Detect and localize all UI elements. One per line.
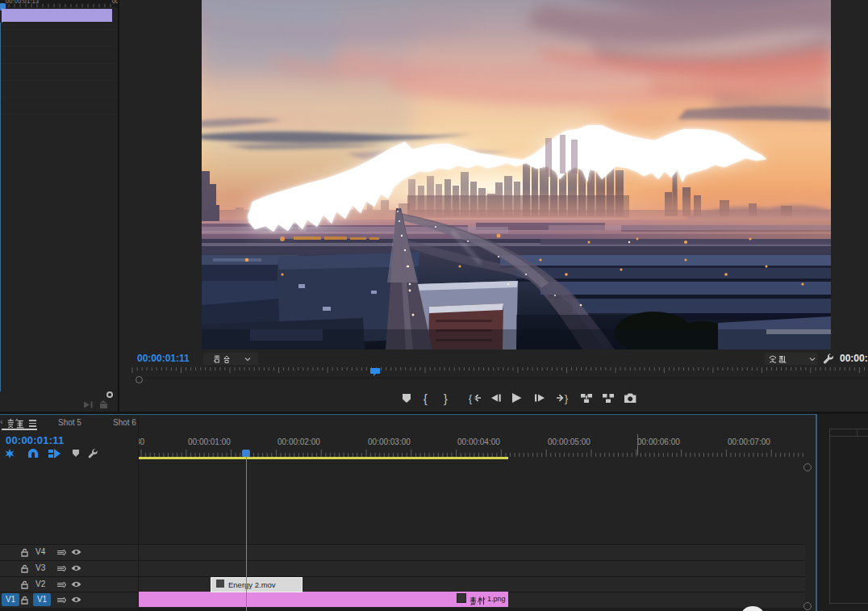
svg-text:}: } [565,393,568,404]
svg-text:{: { [469,393,472,404]
svg-text:{: { [424,392,428,405]
svg-text:}: } [444,392,448,405]
